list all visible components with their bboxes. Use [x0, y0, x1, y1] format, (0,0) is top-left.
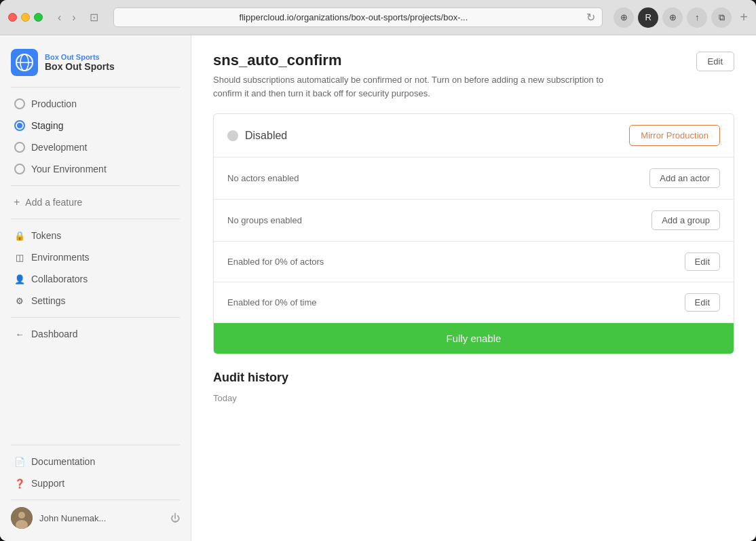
gear-icon: ⚙ [14, 295, 26, 307]
actors-pct-label: Enabled for 0% of actors [227, 257, 324, 267]
fully-enable-button[interactable]: Fully enable [214, 323, 734, 354]
dashboard-label: Dashboard [31, 329, 78, 339]
extensions-icon-button[interactable]: R [638, 7, 658, 28]
sidebar-item-your-environment[interactable]: Your Environment [0, 158, 191, 180]
add-feature-label: Add a feature [25, 197, 82, 208]
app-container: Box Out Sports Box Out Sports Production [0, 35, 756, 541]
feature-edit-button[interactable]: Edit [696, 52, 734, 71]
your-env-icon [14, 163, 26, 175]
svg-point-4 [18, 512, 25, 519]
arrow-left-icon: ← [14, 328, 26, 340]
your-environment-label: Your Environment [31, 164, 107, 174]
status-dot [227, 130, 238, 141]
dashboard-section: ← Dashboard [0, 318, 191, 350]
people-icon: 👤 [14, 273, 26, 285]
browser-titlebar: ‹ › ⊡ flippercloud.io/organizations/box-… [0, 0, 756, 35]
production-env-icon [14, 98, 26, 110]
sidebar-item-documentation[interactable]: 📄 Documentation [0, 451, 191, 472]
feature-title-block: sns_auto_confirm Should subscriptions au… [213, 52, 620, 100]
add-feature-section: + Add a feature [0, 186, 191, 219]
documentation-label: Documentation [31, 456, 95, 467]
doc-icon: 📄 [14, 455, 26, 468]
time-pct-label: Enabled for 0% of time [227, 297, 317, 307]
fullscreen-button[interactable] [34, 13, 43, 22]
sidebar-item-settings[interactable]: ⚙ Settings [0, 290, 191, 312]
user-avatar [11, 507, 33, 529]
status-label: Disabled [245, 130, 287, 142]
sidebar: Box Out Sports Box Out Sports Production [0, 35, 191, 541]
audit-period: Today [213, 393, 734, 403]
nav-buttons: ‹ › [54, 10, 80, 25]
audit-section: Audit history Today [213, 371, 734, 403]
support-label: Support [31, 478, 64, 489]
feature-title: sns_auto_confirm [213, 52, 620, 69]
feature-header: sns_auto_confirm Should subscriptions au… [213, 52, 734, 100]
sidebar-item-support[interactable]: ❓ Support [0, 472, 191, 494]
actors-pct-edit-button[interactable]: Edit [685, 253, 720, 271]
new-tab-button[interactable]: + [740, 10, 748, 25]
power-icon[interactable]: ⏻ [170, 512, 180, 523]
close-button[interactable] [8, 13, 17, 22]
sidebar-item-tokens[interactable]: 🔒 Tokens [0, 225, 191, 246]
actors-row: No actors enabled Add an actor [214, 157, 734, 200]
password-icon-button[interactable]: ⊕ [613, 7, 634, 28]
lock-icon: 🔒 [14, 229, 26, 242]
environments-section: Production Staging Development [0, 88, 191, 185]
org-name: Box Out Sports [45, 53, 115, 61]
nav-section: 🔒 Tokens ◫ Environments 👤 Collaborators … [0, 219, 191, 317]
reload-icon: ↻ [586, 11, 595, 24]
development-label: Development [31, 142, 88, 153]
production-label: Production [31, 98, 77, 109]
environments-label: Environments [31, 252, 90, 263]
tokens-label: Tokens [31, 230, 61, 241]
org-logo [11, 49, 38, 76]
add-feature-item[interactable]: + Add a feature [0, 191, 191, 213]
globe-icon [15, 53, 34, 72]
staging-label: Staging [31, 120, 63, 131]
sidebar-header: Box Out Sports Box Out Sports [0, 35, 191, 87]
toolbar-icons: ⊕ R ⊕ ↑ ⧉ [613, 7, 732, 28]
window-icon-button[interactable]: ⧉ [711, 7, 732, 28]
actors-pct-row: Enabled for 0% of actors Edit [214, 242, 734, 282]
feature-card: Disabled Mirror Production No actors ena… [213, 113, 734, 354]
layers-icon: ◫ [14, 251, 26, 263]
back-button[interactable]: ‹ [54, 10, 65, 25]
browser-window: ‹ › ⊡ flippercloud.io/organizations/box-… [0, 0, 756, 541]
user-name: John Nunemak... [39, 513, 164, 523]
audit-title: Audit history [213, 371, 734, 385]
sidebar-toggle-button[interactable]: ⊡ [86, 10, 102, 25]
share-icon-button[interactable]: ↑ [687, 7, 707, 28]
main-content: sns_auto_confirm Should subscriptions au… [191, 35, 756, 541]
add-group-button[interactable]: Add a group [651, 210, 720, 230]
sidebar-item-collaborators[interactable]: 👤 Collaborators [0, 268, 191, 290]
url-text: flippercloud.io/organizations/box-out-sp… [121, 12, 587, 22]
download-icon-button[interactable]: ⊕ [662, 7, 683, 28]
actors-label: No actors enabled [227, 173, 299, 183]
add-actor-button[interactable]: Add an actor [649, 168, 720, 188]
staging-env-icon [14, 119, 26, 132]
collaborators-label: Collaborators [31, 274, 88, 284]
avatar-image [11, 507, 33, 529]
sidebar-item-staging[interactable]: Staging [0, 115, 191, 136]
feature-description: Should subscriptions automatically be co… [213, 73, 620, 100]
time-pct-row: Enabled for 0% of time Edit [214, 282, 734, 323]
traffic-lights [8, 13, 43, 22]
sidebar-item-environments[interactable]: ◫ Environments [0, 246, 191, 268]
user-row: John Nunemak... ⏻ [0, 500, 191, 536]
feature-status-row: Disabled Mirror Production [214, 114, 734, 157]
url-bar[interactable]: flippercloud.io/organizations/box-out-sp… [113, 7, 603, 27]
org-info: Box Out Sports Box Out Sports [45, 53, 115, 72]
status-indicator: Disabled [227, 130, 287, 142]
development-env-icon [14, 141, 26, 153]
time-pct-edit-button[interactable]: Edit [685, 293, 720, 312]
sidebar-item-dashboard[interactable]: ← Dashboard [0, 323, 191, 345]
sidebar-item-development[interactable]: Development [0, 136, 191, 158]
minimize-button[interactable] [21, 13, 30, 22]
sidebar-item-production[interactable]: Production [0, 93, 191, 115]
mirror-production-button[interactable]: Mirror Production [629, 125, 720, 146]
forward-button[interactable]: › [68, 10, 79, 25]
groups-label: No groups enabled [227, 215, 302, 225]
project-name: Box Out Sports [45, 61, 115, 72]
support-icon: ❓ [14, 477, 26, 489]
add-feature-icon: + [14, 196, 20, 208]
